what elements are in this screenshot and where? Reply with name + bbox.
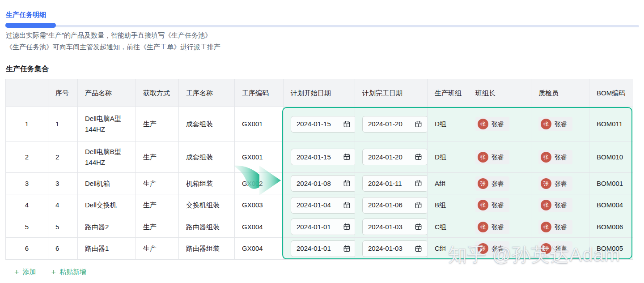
leader-person-chip[interactable]: 张张睿 (475, 117, 509, 131)
leader-person-chip[interactable]: 张张睿 (475, 198, 509, 212)
add-row-label: 添加 (23, 268, 36, 276)
table-row: 22Dell电脑B型 144HZ生产成套组装GX0012024-01-15202… (6, 142, 633, 173)
calendar-icon (415, 223, 422, 231)
leader-cell: 张张睿 (468, 216, 531, 238)
process-name-cell: 机箱组装 (179, 173, 235, 194)
column-header-product: 产品名称 (78, 79, 136, 107)
plan-finish-date-input[interactable]: 2024-01-03 (362, 219, 428, 235)
person-name: 张睿 (491, 178, 504, 189)
calendar-icon (343, 245, 351, 253)
date-value: 2024-01-03 (368, 222, 402, 232)
process-name-cell: 交换机组装 (179, 194, 235, 216)
product-name-cell: 路由器2 (78, 216, 136, 238)
seq-cell: 4 (48, 194, 78, 216)
plan-finish-date-input[interactable]: 2024-01-20 (362, 149, 428, 165)
person-avatar: 张 (478, 152, 488, 163)
leader-cell: 张张睿 (468, 142, 531, 173)
calendar-icon (415, 120, 422, 128)
person-name: 张睿 (555, 119, 567, 129)
paste-add-button[interactable]: + 粘贴新增 (51, 268, 87, 276)
leader-person-chip[interactable]: 张张睿 (475, 176, 509, 191)
person-name: 张睿 (555, 243, 567, 254)
plan-start-cell: 2024-01-01 (284, 216, 355, 238)
inspector-cell: 张张睿 (531, 107, 589, 142)
plan-start-date-input[interactable]: 2024-01-15 (291, 149, 356, 165)
plan-start-date-input[interactable]: 2024-01-08 (291, 175, 356, 192)
leader-cell: 张张睿 (468, 238, 531, 260)
plan-start-date-input[interactable]: 2024-01-04 (291, 197, 356, 214)
leader-person-chip[interactable]: 张张睿 (475, 220, 509, 234)
production-task-page: 生产任务明细 过滤出实际需“生产”的产品及数量，智能助手直接填写《生产任务池》 … (0, 0, 644, 283)
plan-finish-date-input[interactable]: 2024-01-11 (362, 175, 428, 192)
inspector-cell: 张张睿 (531, 194, 589, 216)
process-name-cell: 成套组装 (179, 107, 235, 142)
source-cell: 生产 (136, 194, 179, 216)
inspector-cell: 张张睿 (531, 216, 589, 238)
date-value: 2024-01-01 (297, 243, 331, 254)
seq-cell: 5 (48, 216, 78, 238)
plan-finish-date-input[interactable]: 2024-01-20 (362, 116, 428, 133)
plan-start-cell: 2024-01-04 (284, 194, 355, 216)
column-header-team: 生产班组 (428, 79, 468, 107)
plan-finish-date-input[interactable]: 2024-01-06 (362, 197, 428, 214)
leader-person-chip[interactable]: 张张睿 (475, 150, 509, 164)
plan-start-cell: 2024-01-15 (284, 107, 355, 142)
plan-start-date-input[interactable]: 2024-01-01 (291, 240, 356, 257)
plan-start-date-input[interactable]: 2024-01-15 (291, 116, 356, 133)
inspector-person-chip[interactable]: 张张睿 (538, 198, 572, 212)
person-avatar: 张 (478, 178, 488, 189)
calendar-icon (415, 202, 422, 209)
plus-icon: + (14, 268, 19, 276)
column-header-leader: 班组长 (468, 79, 531, 107)
team-cell: B组 (428, 194, 468, 216)
table-row: 55路由器2生产路由器组装GX0042024-01-012024-01-03C组… (6, 216, 633, 238)
source-cell: 生产 (136, 238, 179, 260)
person-avatar: 张 (478, 222, 488, 232)
date-value: 2024-01-01 (297, 222, 331, 232)
source-cell: 生产 (136, 142, 179, 173)
seq-cell: 2 (48, 142, 78, 173)
person-avatar: 张 (541, 243, 551, 254)
calendar-icon (343, 153, 351, 161)
paste-add-label: 粘贴新增 (59, 268, 86, 276)
row-index-cell: 4 (6, 194, 48, 216)
leader-cell: 张张睿 (468, 173, 531, 194)
process-code-cell: GX003 (235, 194, 284, 216)
person-avatar: 张 (541, 152, 551, 163)
person-name: 张睿 (491, 243, 504, 254)
calendar-icon (415, 245, 422, 253)
product-name-cell: Dell机箱 (78, 173, 136, 194)
team-cell: D组 (428, 107, 468, 142)
inspector-person-chip[interactable]: 张张睿 (538, 150, 572, 164)
person-name: 张睿 (555, 222, 567, 232)
calendar-icon (415, 180, 422, 187)
process-code-cell: GX004 (235, 238, 284, 260)
column-header-inspector: 质检员 (531, 79, 589, 107)
inspector-person-chip[interactable]: 张张睿 (538, 117, 572, 131)
column-header-row-index (6, 79, 48, 107)
seq-cell: 3 (48, 173, 78, 194)
plan-start-date-input[interactable]: 2024-01-01 (291, 219, 356, 235)
inspector-person-chip[interactable]: 张张睿 (538, 220, 572, 234)
table-row: 44Dell交换机生产交换机组装GX0032024-01-042024-01-0… (6, 194, 633, 216)
process-code-cell: GX004 (235, 216, 284, 238)
plan-finish-cell: 2024-01-03 (355, 238, 428, 260)
add-row-button[interactable]: + 添加 (14, 268, 36, 276)
process-name-cell: 路由器组装 (179, 216, 235, 238)
description-line-1: 过滤出实际需“生产”的产品及数量，智能助手直接填写《生产任务池》 (6, 30, 220, 41)
column-header-plan-finish: 计划完工日期 (355, 79, 428, 107)
page-title-link[interactable]: 生产任务明细 (6, 11, 46, 19)
table-footer-actions: + 添加 + 粘贴新增 (14, 268, 86, 276)
inspector-person-chip[interactable]: 张张睿 (538, 241, 572, 256)
plan-finish-date-input[interactable]: 2024-01-03 (362, 240, 428, 257)
leader-person-chip[interactable]: 张张睿 (475, 241, 509, 256)
plan-finish-cell: 2024-01-03 (355, 216, 428, 238)
inspector-cell: 张张睿 (531, 173, 589, 194)
inspector-person-chip[interactable]: 张张睿 (538, 176, 572, 191)
source-cell: 生产 (136, 173, 179, 194)
bom-cell: BOM006 (589, 216, 633, 238)
row-index-cell: 6 (6, 238, 48, 260)
process-code-cell: GX002 (235, 173, 284, 194)
seq-cell: 6 (48, 238, 78, 260)
plan-start-cell: 2024-01-01 (284, 238, 355, 260)
